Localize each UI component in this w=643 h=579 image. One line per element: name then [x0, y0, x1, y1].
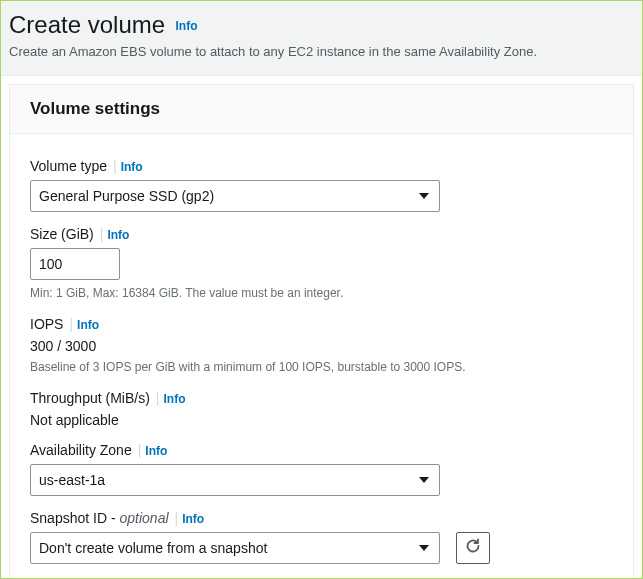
volume-type-select[interactable]: General Purpose SSD (gp2) — [30, 180, 440, 212]
page-header: Create volume Info Create an Amazon EBS … — [1, 1, 642, 76]
refresh-icon — [465, 538, 481, 557]
throughput-label-row: Throughput (MiB/s)|Info — [30, 390, 613, 406]
field-snapshot: Snapshot ID - optional|Info Don't create… — [30, 510, 613, 564]
size-hint: Min: 1 GiB, Max: 16384 GiB. The value mu… — [30, 285, 613, 302]
size-label-row: Size (GiB)|Info — [30, 226, 613, 242]
iops-info-link[interactable]: Info — [77, 318, 99, 332]
panel-body: Volume type|Info General Purpose SSD (gp… — [10, 134, 633, 579]
field-az: Availability Zone|Info us-east-1a — [30, 442, 613, 496]
throughput-value: Not applicable — [30, 412, 613, 428]
snapshot-label-row: Snapshot ID - optional|Info — [30, 510, 613, 526]
throughput-info-link[interactable]: Info — [163, 392, 185, 406]
az-select[interactable]: us-east-1a — [30, 464, 440, 496]
throughput-label: Throughput (MiB/s) — [30, 390, 150, 406]
snapshot-select[interactable]: Don't create volume from a snapshot — [30, 532, 440, 564]
iops-label: IOPS — [30, 316, 63, 332]
panel-header: Volume settings — [10, 85, 633, 134]
volume-type-label-row: Volume type|Info — [30, 158, 613, 174]
snapshot-refresh-button[interactable] — [456, 532, 490, 564]
size-info-link[interactable]: Info — [107, 228, 129, 242]
field-throughput: Throughput (MiB/s)|Info Not applicable — [30, 390, 613, 428]
snapshot-optional: optional — [116, 510, 169, 526]
panel-title: Volume settings — [30, 99, 613, 119]
volume-type-label: Volume type — [30, 158, 107, 174]
volume-settings-panel: Volume settings Volume type|Info General… — [9, 84, 634, 579]
page-title: Create volume — [9, 11, 165, 38]
field-size: Size (GiB)|Info Min: 1 GiB, Max: 16384 G… — [30, 226, 613, 302]
page-title-info-link[interactable]: Info — [176, 19, 198, 33]
az-label-row: Availability Zone|Info — [30, 442, 613, 458]
page-subtitle: Create an Amazon EBS volume to attach to… — [9, 43, 634, 61]
field-iops: IOPS|Info 300 / 3000 Baseline of 3 IOPS … — [30, 316, 613, 376]
size-input[interactable] — [30, 248, 120, 280]
snapshot-label: Snapshot ID - — [30, 510, 116, 526]
az-label: Availability Zone — [30, 442, 132, 458]
snapshot-info-link[interactable]: Info — [182, 512, 204, 526]
iops-label-row: IOPS|Info — [30, 316, 613, 332]
az-info-link[interactable]: Info — [145, 444, 167, 458]
size-label: Size (GiB) — [30, 226, 94, 242]
iops-hint: Baseline of 3 IOPS per GiB with a minimu… — [30, 359, 613, 376]
field-volume-type: Volume type|Info General Purpose SSD (gp… — [30, 158, 613, 212]
iops-value: 300 / 3000 — [30, 338, 613, 354]
volume-type-info-link[interactable]: Info — [121, 160, 143, 174]
